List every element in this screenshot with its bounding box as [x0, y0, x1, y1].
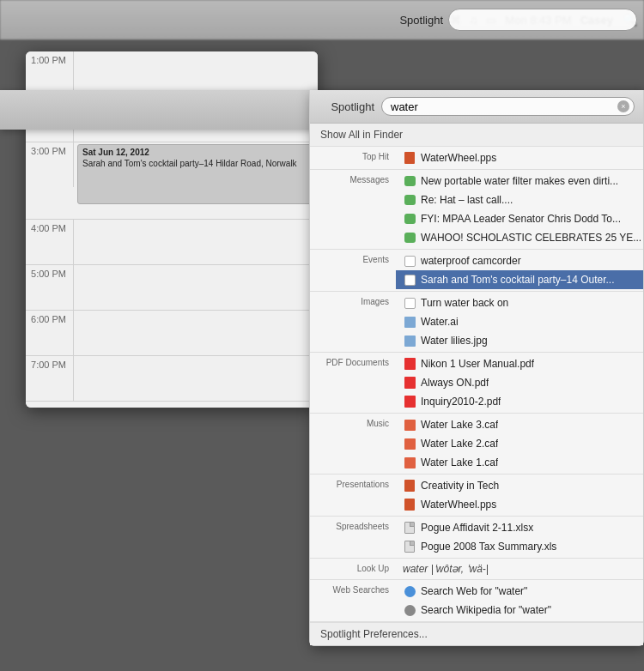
results-body: Show All in Finder Top Hit WaterWheel.pp…: [310, 124, 643, 645]
event-title: Sarah and Tom's cocktail party–14 Hildar…: [82, 159, 309, 168]
spotlight-input-row: Spotlight ×: [310, 90, 643, 124]
img-icon-1: [403, 315, 416, 329]
section-label-web: Web Searches: [310, 580, 396, 621]
wiki-icon: [403, 603, 416, 617]
section-items-pdf: Nikon 1 User Manual.pdf Always ON.pdf In…: [396, 353, 643, 413]
result-pogue-xls[interactable]: Pogue 2008 Tax Summary.xls: [396, 537, 643, 556]
result-waterwheel-pps2[interactable]: WaterWheel.pps: [396, 495, 643, 514]
calendar-event[interactable]: Sat Jun 12, 2012 Sarah and Tom's cocktai…: [77, 144, 314, 204]
section-events: Events waterproof camcorder Sarah and To…: [310, 250, 643, 292]
time-label-4: 4:00 PM: [26, 220, 73, 233]
doc-icon-2: [403, 540, 416, 553]
msg-icon-2: [403, 193, 416, 207]
time-content-4: [73, 220, 318, 264]
spotlight-clear-btn[interactable]: ×: [617, 100, 629, 112]
time-row-6: 6:00 PM: [26, 311, 318, 356]
spotlight-input-top[interactable]: [448, 9, 637, 31]
globe-icon: [403, 584, 416, 598]
result-water-lake-1[interactable]: Water Lake 1.caf: [396, 453, 643, 472]
music-icon-2: [403, 437, 416, 450]
spotlight-search-input[interactable]: [381, 97, 635, 116]
result-msg-4[interactable]: WAHOO! SCHOLASTIC CELEBRATES 25 YE...: [396, 228, 644, 247]
time-row-5: 5:00 PM: [26, 265, 318, 311]
section-label-spreadsheets: Spreadsheets: [310, 517, 396, 558]
section-pdf: PDF Documents Nikon 1 User Manual.pdf Al…: [310, 353, 643, 414]
lookup-row: Look Up water |ˈwôtər, ˈwä-|: [310, 559, 643, 580]
result-msg-2[interactable]: Re: Hat – last call....: [396, 190, 644, 209]
time-row-7: 7:00 PM: [26, 356, 318, 402]
section-images: Images Turn water back on Water.ai Water…: [310, 292, 643, 353]
msg-icon-3: [403, 212, 416, 226]
msg-icon-4: [403, 231, 416, 245]
pdf-icon-2: [403, 376, 416, 390]
result-event-2-selected[interactable]: Sarah and Tom's cocktail party–14 Outer.…: [396, 270, 643, 289]
result-search-wiki[interactable]: Search Wikipedia for "water": [396, 601, 643, 620]
section-label-music: Music: [310, 414, 396, 474]
cal-icon-1: [403, 254, 416, 268]
result-pogue-xlsx[interactable]: Pogue Affidavit 2-11.xlsx: [396, 518, 643, 537]
section-spreadsheets: Spreadsheets Pogue Affidavit 2-11.xlsx P…: [310, 517, 643, 559]
result-creativity[interactable]: Creativity in Tech: [396, 476, 643, 495]
section-presentations: Presentations Creativity in Tech WaterWh…: [310, 475, 643, 517]
msg-icon-1: [403, 174, 416, 188]
section-web-searches: Web Searches Search Web for "water" Sear…: [310, 580, 643, 622]
result-nikon-pdf[interactable]: Nikon 1 User Manual.pdf: [396, 354, 643, 373]
spotlight-label: Spotlight: [319, 100, 374, 113]
section-items-messages: New portable water filter makes even dir…: [396, 170, 644, 249]
section-top-hit: Top Hit WaterWheel.pps: [310, 147, 643, 170]
music-icon-1: [403, 418, 416, 432]
time-label-3: 3:00 PM: [26, 142, 73, 156]
section-items-images: Turn water back on Water.ai Water lilies…: [396, 292, 643, 352]
spotlight-label-top: Spotlight: [399, 14, 443, 27]
section-items-spreadsheets: Pogue Affidavit 2-11.xlsx Pogue 2008 Tax…: [396, 517, 643, 558]
result-water-lake-2[interactable]: Water Lake 2.caf: [396, 434, 643, 453]
result-msg-3[interactable]: FYI: MPAA Leader Senator Chris Dodd To..…: [396, 209, 644, 228]
show-all-finder[interactable]: Show All in Finder: [310, 124, 643, 147]
time-row-3: 3:00 PM Sat Jun 12, 2012 Sarah and Tom's…: [26, 142, 318, 220]
cal-icon-3: [403, 296, 416, 310]
time-label-1: 1:00 PM: [26, 51, 73, 65]
pdf-icon-1: [403, 357, 416, 371]
time-content-7: [73, 356, 318, 401]
section-items-presentations: Creativity in Tech WaterWheel.pps: [396, 475, 643, 516]
time-content-5: [73, 265, 318, 310]
result-event-1[interactable]: waterproof camcorder: [396, 251, 643, 270]
section-messages: Messages New portable water filter makes…: [310, 170, 643, 250]
spotlight-preferences[interactable]: Spotlight Preferences...: [310, 622, 643, 645]
result-water-lilies[interactable]: Water lilies.jpg: [396, 331, 643, 350]
section-label-messages: Messages: [310, 170, 396, 249]
pdf-icon-3: [403, 395, 416, 408]
time-content-6: [73, 311, 318, 355]
section-label-events: Events: [310, 250, 396, 291]
doc-icon-1: [403, 521, 416, 535]
section-label-top-hit: Top Hit: [310, 147, 396, 169]
result-inquiry-pdf[interactable]: Inquiry2010-2.pdf: [396, 392, 643, 411]
time-label-5: 5:00 PM: [26, 265, 73, 279]
section-items-web: Search Web for "water" Search Wikipedia …: [396, 580, 643, 621]
result-msg-1[interactable]: New portable water filter makes even dir…: [396, 172, 644, 190]
cal-icon-2: [403, 273, 416, 287]
section-items-top-hit: WaterWheel.pps: [396, 147, 643, 169]
time-label-7: 7:00 PM: [26, 356, 73, 370]
result-water-ai[interactable]: Water.ai: [396, 312, 643, 331]
section-items-music: Water Lake 3.caf Water Lake 2.caf Water …: [396, 414, 643, 474]
ppt-icon-2: [403, 479, 416, 493]
section-items-events: waterproof camcorder Sarah and Tom's coc…: [396, 250, 643, 291]
ppt-icon-1: [403, 151, 416, 165]
lookup-text: water |ˈwôtər, ˈwä-|: [396, 559, 643, 579]
time-label-6: 6:00 PM: [26, 311, 73, 324]
section-label-presentations: Presentations: [310, 475, 396, 516]
result-turn-water[interactable]: Turn water back on: [396, 293, 643, 312]
event-date: Sat Jun 12, 2012: [82, 148, 309, 157]
result-always-on-pdf[interactable]: Always ON.pdf: [396, 373, 643, 392]
section-label-pdf: PDF Documents: [310, 353, 396, 413]
result-waterwheel-pps[interactable]: WaterWheel.pps: [396, 148, 643, 167]
section-music: Music Water Lake 3.caf Water Lake 2.caf …: [310, 414, 643, 475]
ppt-icon-3: [403, 498, 416, 511]
spotlight-dropdown: Spotlight × Show All in Finder Top Hit W…: [309, 90, 644, 646]
result-water-lake-3[interactable]: Water Lake 3.caf: [396, 415, 643, 434]
lookup-label: Look Up: [310, 559, 396, 579]
spotlight-bar-top: Spotlight: [301, 0, 644, 39]
result-search-web[interactable]: Search Web for "water": [396, 582, 643, 601]
img-icon-2: [403, 334, 416, 348]
